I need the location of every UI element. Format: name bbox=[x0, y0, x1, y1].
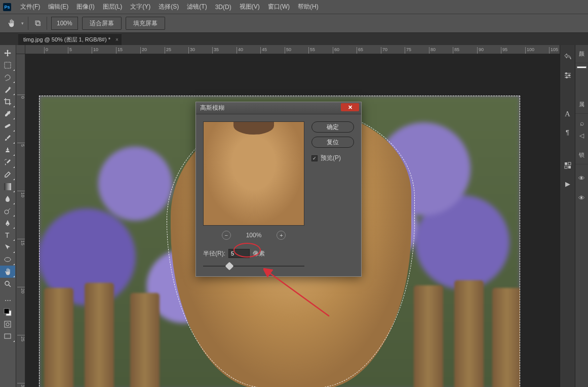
menu-file[interactable]: 文件(F) bbox=[16, 3, 44, 11]
zoom-out-icon[interactable]: − bbox=[222, 231, 231, 240]
pen-tool[interactable] bbox=[0, 217, 15, 229]
menu-help[interactable]: 帮助(H) bbox=[294, 3, 323, 11]
radius-input[interactable] bbox=[228, 249, 250, 258]
menu-filter[interactable]: 滤镜(T) bbox=[183, 3, 211, 11]
panel-collapse-icon[interactable]: ◁ bbox=[575, 132, 588, 139]
hand-tool-icon[interactable] bbox=[5, 17, 17, 29]
move-tool[interactable] bbox=[0, 47, 15, 59]
screen-mode-icon[interactable] bbox=[0, 330, 15, 342]
svg-rect-0 bbox=[5, 62, 11, 68]
lasso-tool[interactable] bbox=[0, 71, 15, 83]
radius-slider[interactable] bbox=[203, 263, 304, 269]
color-swatch[interactable] bbox=[577, 66, 586, 68]
brush-tool[interactable] bbox=[0, 132, 15, 144]
reset-button[interactable]: 复位 bbox=[311, 137, 354, 148]
menu-edit[interactable]: 编辑(E) bbox=[44, 3, 72, 11]
color-panel-tab[interactable]: 颜 bbox=[575, 45, 588, 63]
preview-checkbox-label: 预览(P) bbox=[321, 154, 341, 162]
ellipse-tool[interactable] bbox=[0, 253, 15, 266]
gaussian-blur-dialog: 高斯模糊 ✕ − 100% + 半径(R): 像素 确定 复位 bbox=[195, 102, 362, 277]
vertical-ruler[interactable]: 0 5 10 15 20 25 30 bbox=[16, 54, 25, 387]
svg-text:T: T bbox=[5, 231, 10, 239]
search-icon[interactable]: ⌕ bbox=[575, 119, 588, 127]
clone-stamp-tool[interactable] bbox=[0, 144, 15, 156]
svg-point-13 bbox=[568, 74, 570, 76]
quick-mask-icon[interactable] bbox=[0, 318, 15, 330]
history-brush-tool[interactable] bbox=[0, 156, 15, 168]
menu-view[interactable]: 视图(V) bbox=[236, 3, 264, 11]
properties-panel-tab[interactable]: 属 bbox=[575, 96, 588, 114]
checkbox-checked-icon[interactable]: ✓ bbox=[311, 155, 318, 161]
menu-image[interactable]: 图像(I) bbox=[72, 3, 98, 11]
preview-zoom-level: 100% bbox=[246, 232, 262, 239]
adjustments-panel-icon[interactable] bbox=[563, 160, 573, 170]
svg-point-10 bbox=[6, 323, 9, 326]
tool-preset-dropdown-icon[interactable]: ▾ bbox=[21, 21, 24, 26]
properties-panel-icon[interactable] bbox=[563, 70, 573, 80]
character-panel-icon[interactable]: A bbox=[563, 109, 573, 119]
marquee-tool[interactable] bbox=[0, 59, 15, 71]
svg-rect-17 bbox=[565, 166, 567, 168]
dialog-close-button[interactable]: ✕ bbox=[341, 103, 359, 111]
type-tool[interactable]: T bbox=[0, 229, 15, 241]
paragraph-panel-icon[interactable]: ¶ bbox=[563, 127, 573, 137]
zoom-in-icon[interactable]: + bbox=[277, 231, 286, 240]
svg-rect-9 bbox=[5, 321, 11, 327]
svg-rect-18 bbox=[568, 166, 571, 168]
gradient-tool[interactable] bbox=[0, 181, 15, 193]
spot-heal-tool[interactable] bbox=[0, 120, 15, 132]
dialog-title-bar[interactable]: 高斯模糊 ✕ bbox=[196, 102, 361, 114]
close-tab-icon[interactable]: × bbox=[115, 37, 119, 42]
history-panel-icon[interactable] bbox=[563, 52, 573, 62]
eraser-tool[interactable] bbox=[0, 168, 15, 181]
hand-tool[interactable] bbox=[0, 266, 15, 278]
svg-point-12 bbox=[565, 72, 567, 74]
fit-screen-button[interactable]: 适合屏幕 bbox=[82, 17, 122, 30]
visibility-icon[interactable]: 👁 bbox=[575, 194, 588, 202]
menu-3d[interactable]: 3D(D) bbox=[211, 4, 236, 11]
svg-rect-11 bbox=[5, 334, 11, 338]
ps-logo: Ps bbox=[3, 3, 11, 11]
menu-bar: Ps 文件(F) 编辑(E) 图像(I) 图层(L) 文字(Y) 选择(S) 滤… bbox=[0, 0, 588, 14]
dialog-title-text: 高斯模糊 bbox=[200, 104, 224, 112]
horizontal-ruler[interactable]: 0 5 10 15 20 25 30 35 40 45 50 55 60 65 … bbox=[25, 45, 560, 54]
zoom-level-field[interactable]: 100% bbox=[51, 17, 78, 30]
blur-preview-thumbnail[interactable] bbox=[203, 121, 304, 226]
visibility-icon[interactable]: 👁 bbox=[575, 175, 588, 182]
document-tab[interactable]: timg.jpg @ 50% (图层 1, RGB/8#) * × bbox=[18, 33, 122, 45]
blur-tool[interactable] bbox=[0, 193, 15, 205]
svg-point-6 bbox=[5, 281, 9, 285]
preview-checkbox-row[interactable]: ✓ 预览(P) bbox=[311, 154, 354, 162]
foreground-background-color[interactable] bbox=[0, 306, 15, 318]
dodge-tool[interactable] bbox=[0, 205, 15, 217]
svg-rect-2 bbox=[4, 183, 11, 190]
path-select-tool[interactable] bbox=[0, 241, 15, 253]
menu-layer[interactable]: 图层(L) bbox=[99, 3, 127, 11]
zoom-tool[interactable] bbox=[0, 278, 15, 290]
svg-point-14 bbox=[566, 76, 568, 78]
menu-type[interactable]: 文字(Y) bbox=[126, 3, 154, 11]
separator bbox=[28, 17, 28, 30]
svg-point-5 bbox=[5, 257, 11, 262]
radius-unit-label: 像素 bbox=[253, 249, 265, 258]
ok-button[interactable]: 确定 bbox=[311, 121, 354, 133]
edit-toolbar-icon[interactable]: ⋯ bbox=[0, 294, 15, 306]
options-bar: ▾ ⧉ 100% 适合屏幕 填充屏幕 bbox=[0, 14, 588, 33]
ruler-corner bbox=[16, 45, 25, 54]
tool-panel: T ⋯ bbox=[0, 45, 16, 387]
actions-panel-icon[interactable]: ▶ bbox=[563, 179, 573, 189]
right-panel-icons: A ¶ ▶ bbox=[560, 45, 575, 387]
menu-select[interactable]: 选择(S) bbox=[154, 3, 183, 11]
eyedropper-tool[interactable] bbox=[0, 108, 15, 120]
magic-wand-tool[interactable] bbox=[0, 83, 15, 96]
fill-screen-button[interactable]: 填充屏幕 bbox=[126, 17, 165, 30]
document-tab-bar: timg.jpg @ 50% (图层 1, RGB/8#) * × bbox=[0, 33, 588, 45]
lock-panel-tab[interactable]: 锁 bbox=[575, 146, 588, 164]
slider-thumb-icon[interactable] bbox=[225, 262, 234, 271]
svg-rect-15 bbox=[565, 162, 567, 165]
svg-rect-16 bbox=[568, 162, 571, 165]
scroll-windows-icon[interactable]: ⧉ bbox=[32, 19, 43, 28]
crop-tool[interactable] bbox=[0, 96, 15, 108]
document-tab-label: timg.jpg @ 50% (图层 1, RGB/8#) * bbox=[23, 36, 110, 44]
menu-window[interactable]: 窗口(W) bbox=[264, 3, 294, 11]
